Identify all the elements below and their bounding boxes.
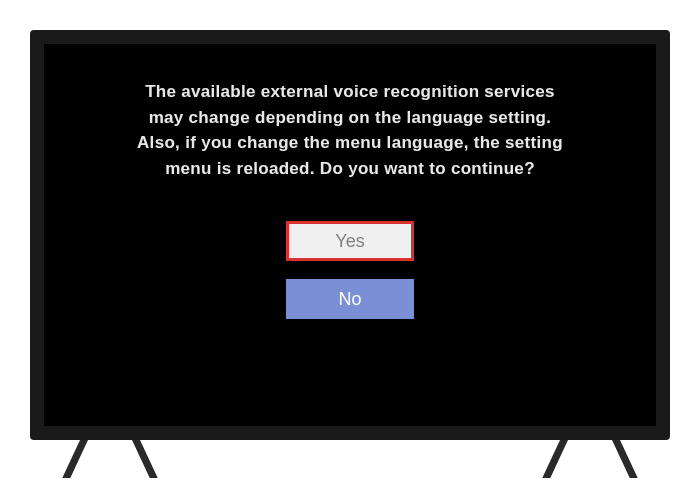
dialog-message: The available external voice recognition…: [110, 79, 590, 181]
tv-screen: The available external voice recognition…: [44, 44, 656, 426]
tv-stand-left: [80, 440, 140, 478]
tv-stand-right: [560, 440, 620, 478]
button-container: Yes No: [286, 221, 414, 319]
tv-frame: The available external voice recognition…: [30, 30, 670, 440]
no-button[interactable]: No: [286, 279, 414, 319]
yes-button[interactable]: Yes: [286, 221, 414, 261]
